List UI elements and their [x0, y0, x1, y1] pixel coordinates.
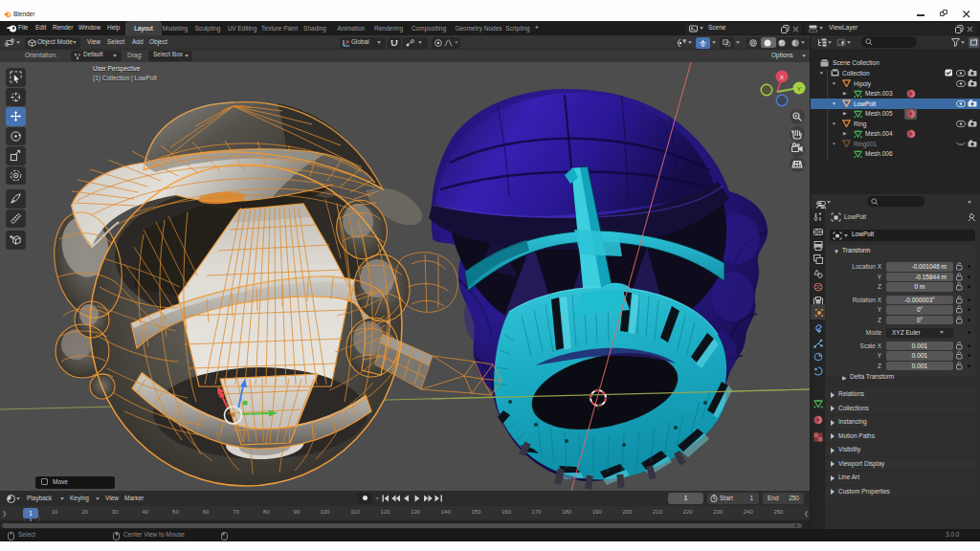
svg-text:Y: Y: [797, 86, 801, 92]
svg-text:X: X: [780, 75, 784, 80]
